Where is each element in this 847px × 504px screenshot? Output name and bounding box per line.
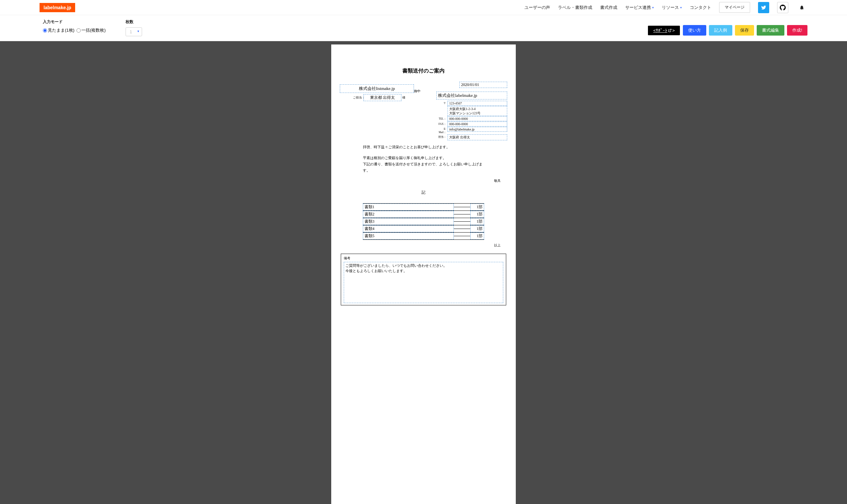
input-mode-label: 入力モード	[43, 19, 106, 25]
body-line2-text: 平素は格別のご愛顧を賜り厚く御礼申し上げます。	[363, 156, 446, 160]
sender-postal-field[interactable]: 123-4567	[447, 101, 507, 106]
bell-icon	[799, 5, 805, 10]
external-link-icon	[668, 29, 672, 32]
item-gap	[454, 207, 470, 207]
nav-service-link[interactable]: サービス連携 ▾	[625, 5, 654, 11]
count-group: 枚数 1	[126, 19, 142, 36]
usage-button[interactable]: 使い方	[683, 25, 706, 36]
recipient-person-field[interactable]: 東京都 出得太	[364, 94, 402, 101]
sender-email-row: E-Mail： info@labelmake.jp	[436, 127, 507, 134]
mode-bulk-radio[interactable]: 一括(複数枚)	[76, 28, 106, 33]
sender-email-field[interactable]: info@labelmake.jp	[447, 127, 507, 132]
item-name-field[interactable]: 書類1	[363, 203, 454, 211]
onchu-label: 御中	[414, 89, 421, 93]
nav-resource[interactable]: リソース ▾	[662, 5, 682, 11]
recipient-company-field[interactable]: 株式会社listmake.jp	[340, 84, 414, 93]
keigu: 敬具	[340, 179, 500, 183]
sama-label: 様	[402, 95, 405, 100]
nav-contact[interactable]: コンタクト	[690, 5, 711, 11]
chevron-down-icon: ▾	[652, 6, 654, 9]
sender-address-field[interactable]: 大阪府大阪1-2-3-4 大阪マンション123号	[447, 106, 507, 116]
fax-label: FAX：	[436, 122, 446, 126]
document-header-section: 2020/01/01 株式会社listmake.jp 御中 ご担当： 東京都 出…	[340, 82, 507, 138]
postal-label: 〒	[436, 101, 446, 105]
item-qty-field[interactable]: 1部	[470, 203, 484, 211]
example-button[interactable]: 記入例	[709, 25, 732, 36]
sender-fax-field[interactable]: 000-000-0000	[447, 122, 507, 126]
sender-box: 株式会社labelmake.jp 〒 123-4567 大阪府大阪1-2-3-4…	[436, 92, 507, 141]
count-select[interactable]: 1	[126, 28, 142, 36]
item-qty-field[interactable]: 1部	[470, 211, 484, 218]
date-field[interactable]: 2020/01/01	[459, 82, 507, 88]
input-mode-group: 入力モード 見たまま(1枚) 一括(複数枚)	[43, 19, 106, 36]
twitter-button[interactable]	[758, 2, 769, 13]
document-page: 書類送付のご案内 2020/01/01 株式会社listmake.jp 御中 ご…	[331, 44, 516, 504]
nav-label-create[interactable]: ラベル・書類作成	[558, 5, 592, 11]
sender-postal-row: 〒 123-4567	[436, 101, 507, 106]
ijou: 以上	[340, 243, 500, 248]
remarks-title: 備考	[344, 256, 503, 260]
github-button[interactable]	[777, 2, 788, 13]
item-gap	[454, 214, 470, 214]
item-name-field[interactable]: 書類2	[363, 211, 454, 218]
chevron-down-icon: ▾	[680, 6, 682, 9]
mode-bulk-input[interactable]	[76, 28, 81, 33]
sender-tel-row: TEL： 000-000-0000	[436, 116, 507, 121]
item-qty-field[interactable]: 1部	[470, 233, 484, 239]
item-qty-field[interactable]: 1部	[470, 225, 484, 232]
body-line1: 拝啓、時下益々ご清栄のこととお喜び申し上げます。	[363, 144, 484, 150]
main-nav: ユーザーの声 ラベル・書類作成 書式作成 サービス連携 ▾ リソース ▾ コンタ…	[524, 2, 808, 13]
item-gap	[454, 236, 470, 236]
sender-person-field[interactable]: 大阪府 出得太	[447, 134, 507, 140]
mode-single-input[interactable]	[43, 28, 47, 33]
sender-address-row: 大阪府大阪1-2-3-4 大阪マンション123号	[436, 106, 507, 116]
mode-single-radio[interactable]: 見たまま(1枚)	[43, 28, 74, 33]
nav-service-link-label: サービス連携	[625, 5, 651, 11]
document-items-table: 書類11部書類21部書類31部書類41部書類51部	[363, 203, 484, 240]
sender-company-field[interactable]: 株式会社labelmake.jp	[436, 92, 507, 100]
count-label: 枚数	[126, 19, 142, 25]
edit-format-button[interactable]: 書式編集	[757, 25, 784, 36]
document-title: 書類送付のご案内	[340, 68, 507, 74]
table-row: 書類21部	[363, 211, 484, 218]
notification-button[interactable]	[796, 2, 808, 13]
table-row: 書類11部	[363, 203, 484, 211]
logo[interactable]: labelmake.jp	[39, 3, 75, 12]
nav-form-create[interactable]: 書式作成	[600, 5, 617, 11]
canvas-area[interactable]: 書類送付のご案内 2020/01/01 株式会社listmake.jp 御中 ご…	[0, 41, 847, 504]
remarks-field[interactable]: ご質問等がございましたら、いつでもお問い合わせください。 今後ともよろしくお願い…	[344, 262, 503, 303]
nav-user-voice[interactable]: ユーザーの声	[524, 5, 550, 11]
tantou-label: ご担当：	[353, 95, 365, 100]
mode-bulk-label: 一括(複数枚)	[82, 28, 106, 33]
save-button[interactable]: 保存	[735, 25, 754, 36]
item-qty-field[interactable]: 1部	[470, 218, 484, 225]
item-name-field[interactable]: 書類3	[363, 218, 454, 225]
editor-toolbar: 入力モード 見たまま(1枚) 一括(複数枚) 枚数 1 <ｻﾎﾟｰﾄ > 使い方	[0, 15, 847, 41]
support-button[interactable]: <ｻﾎﾟｰﾄ >	[648, 25, 680, 36]
mode-single-label: 見たまま(1枚)	[48, 28, 74, 33]
item-gap	[454, 229, 470, 229]
tel-label: TEL：	[436, 116, 446, 121]
sender-tel-field[interactable]: 000-000-0000	[447, 116, 507, 121]
nav-resource-label: リソース	[662, 5, 679, 11]
address-label	[436, 106, 446, 107]
table-row: 書類51部	[363, 233, 484, 240]
sender-person-row: 担当： 大阪府 出得太	[436, 134, 507, 140]
table-row: 書類31部	[363, 218, 484, 225]
toolbar-left: 入力モード 見たまま(1枚) 一括(複数枚) 枚数 1	[43, 19, 142, 36]
app-header: labelmake.jp ユーザーの声 ラベル・書類作成 書式作成 サービス連携…	[0, 0, 847, 15]
email-label: E-Mail：	[436, 127, 446, 134]
toolbar-right: <ｻﾎﾟｰﾄ > 使い方 記入例 保存 書式編集 作成!	[648, 19, 808, 36]
create-button[interactable]: 作成!	[787, 25, 808, 36]
github-icon	[780, 5, 786, 11]
remarks-box: 備考 ご質問等がございましたら、いつでもお問い合わせください。 今後ともよろしく…	[341, 254, 506, 305]
ki: 記	[340, 190, 507, 195]
support-button-suffix: >	[672, 28, 675, 33]
twitter-icon	[761, 5, 766, 10]
item-name-field[interactable]: 書類4	[363, 225, 454, 232]
item-gap	[454, 221, 470, 222]
mypage-button[interactable]: マイページ	[719, 2, 750, 13]
sender-fax-row: FAX： 000-000-0000	[436, 122, 507, 126]
item-name-field[interactable]: 書類5	[363, 233, 454, 239]
support-button-label: <ｻﾎﾟｰﾄ	[653, 28, 667, 33]
